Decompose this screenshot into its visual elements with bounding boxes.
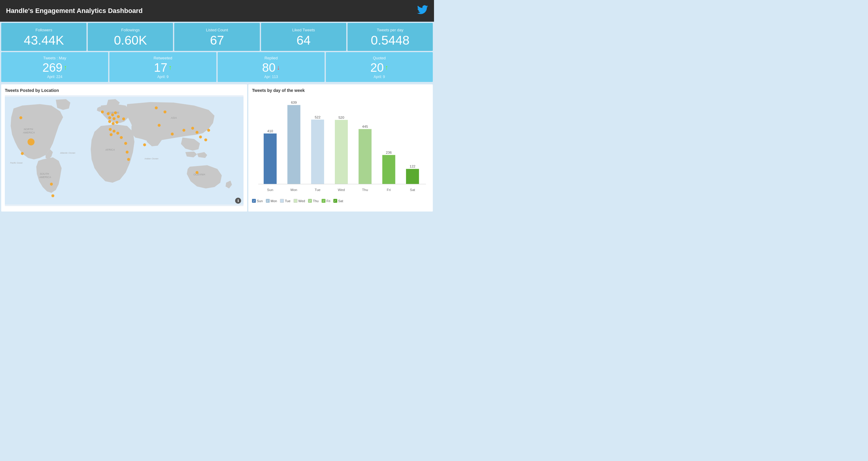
bar-label-sun: 410 — [267, 129, 273, 133]
stat-card-liked-tweets: Liked Tweets 64 — [261, 23, 346, 51]
bar-label-mon: 639 — [291, 101, 297, 104]
svg-point-12 — [19, 116, 22, 119]
legend-label-fri: Fri — [327, 199, 330, 203]
svg-point-21 — [108, 116, 111, 119]
map-panel: Tweets Posted by Location — [1, 84, 247, 212]
legend-item-wed: Wed — [293, 199, 305, 203]
bar-label-thu: 445 — [362, 125, 368, 128]
svg-point-42 — [195, 131, 198, 134]
svg-text:Indian Ocean: Indian Ocean — [145, 157, 158, 160]
legend-item-sat: ✓Sat — [333, 199, 343, 203]
svg-point-34 — [126, 151, 129, 154]
legend-label-sun: Sun — [257, 199, 263, 203]
bar-label-sat: 122 — [410, 164, 415, 168]
legend-color-thu[interactable]: ✓ — [308, 199, 312, 203]
svg-point-23 — [117, 115, 120, 118]
svg-point-14 — [21, 152, 24, 155]
twitter-icon — [417, 4, 428, 18]
legend-label-tue: Tue — [285, 199, 290, 203]
svg-point-47 — [195, 171, 198, 174]
svg-point-39 — [171, 132, 174, 135]
legend-label-mon: Mon — [271, 199, 277, 203]
svg-point-27 — [116, 121, 119, 124]
legend-label-wed: Wed — [299, 199, 305, 203]
legend-label-sat: Sat — [338, 199, 343, 203]
legend-label-thu: Thu — [313, 199, 318, 203]
svg-point-46 — [143, 144, 146, 147]
svg-point-43 — [199, 135, 202, 139]
map-title: Tweets Posted by Location — [5, 88, 244, 93]
svg-point-26 — [112, 122, 115, 125]
legend-color-mon[interactable]: ✓ — [266, 199, 270, 203]
stat-card-followers: Followers 43.44K — [1, 23, 87, 51]
svg-point-45 — [207, 129, 210, 132]
svg-text:NORTH: NORTH — [24, 128, 33, 131]
svg-text:SOUTH: SOUTH — [40, 172, 49, 175]
svg-point-35 — [127, 158, 130, 161]
stats-row-1: Followers 43.44K Followings 0.60K Listed… — [0, 22, 434, 52]
bar-fri — [382, 155, 396, 184]
stat-card2-replied: Replied 80 ↓ Apr: 113 — [218, 52, 324, 82]
chart-legend: ✓Sun✓MonTueWed✓Thu✓Fri✓Sat — [252, 199, 429, 203]
bar-label-fri: 236 — [386, 151, 392, 154]
up-arrow-icon: ↑ — [168, 64, 172, 71]
bar-day-sun: Sun — [267, 188, 273, 192]
legend-color-sun[interactable]: ✓ — [252, 199, 256, 203]
bar-tue — [311, 120, 324, 184]
chart-panel: Tweets by day of the week 410Sun639Mon52… — [248, 84, 433, 212]
header: Handle's Engagement Analytics Dashboard — [0, 0, 434, 22]
bar-day-tue: Tue — [315, 188, 320, 192]
bar-label-wed: 520 — [338, 116, 344, 119]
svg-point-25 — [108, 120, 111, 123]
legend-color-wed[interactable] — [293, 199, 298, 203]
svg-point-19 — [111, 113, 114, 116]
svg-text:Pacific Ocean: Pacific Ocean — [10, 162, 23, 164]
stats-row-2: Tweets : May 269 ↑ April: 224 Retweeted … — [0, 52, 434, 83]
svg-point-32 — [120, 136, 123, 139]
bar-sat — [406, 169, 419, 184]
stat-card2-quoted: Quoted 20 ↑ April: 9 — [326, 52, 433, 82]
svg-point-30 — [110, 133, 113, 136]
svg-point-44 — [204, 138, 207, 141]
svg-point-24 — [122, 118, 125, 121]
stat-card-listed-count: Listed Count 67 — [174, 23, 259, 51]
bar-day-sat: Sat — [410, 188, 415, 192]
svg-point-33 — [124, 142, 127, 145]
svg-point-22 — [113, 117, 116, 120]
svg-point-40 — [182, 129, 185, 132]
bar-sun — [264, 133, 277, 184]
svg-point-13 — [27, 138, 34, 145]
svg-text:Atlantic Ocean: Atlantic Ocean — [60, 152, 75, 154]
legend-item-mon: ✓Mon — [266, 199, 277, 203]
up-arrow-icon: ↑ — [385, 64, 388, 71]
stat-card-followings: Followings 0.60K — [88, 23, 173, 51]
svg-point-38 — [158, 124, 161, 127]
svg-text:AFRICA: AFRICA — [105, 148, 115, 151]
stat-card2-retweeted: Retweeted 17 ↑ April: 9 — [110, 52, 216, 82]
legend-color-fri[interactable]: ✓ — [321, 199, 326, 203]
legend-item-thu: ✓Thu — [308, 199, 318, 203]
svg-text:OCEANIA: OCEANIA — [193, 173, 205, 176]
svg-point-36 — [155, 106, 158, 110]
chart-title: Tweets by day of the week — [252, 88, 429, 93]
svg-point-31 — [116, 132, 119, 135]
svg-point-17 — [101, 111, 104, 114]
bar-day-fri: Fri — [387, 188, 391, 192]
legend-color-sat[interactable]: ✓ — [333, 199, 337, 203]
legend-color-tue[interactable] — [280, 199, 284, 203]
svg-text:ASIA: ASIA — [170, 116, 177, 119]
bar-day-thu: Thu — [362, 188, 368, 192]
svg-text:AMERICA: AMERICA — [39, 176, 51, 179]
stat-card2-tweets-may: Tweets : May 269 ↑ April: 224 — [1, 52, 108, 82]
map-container: NORTH AMERICA SOUTH AMERICA EUROPE AFRIC… — [5, 95, 244, 206]
up-arrow-icon: ↑ — [64, 64, 67, 71]
bar-label-tue: 522 — [315, 115, 320, 119]
stat-card-tweets-per-day: Tweets per day 0.5448 — [347, 23, 433, 51]
svg-point-20 — [114, 112, 117, 115]
svg-point-37 — [164, 111, 167, 114]
legend-item-fri: ✓Fri — [321, 199, 330, 203]
bottom-section: Tweets Posted by Location — [0, 83, 434, 213]
svg-text:EUROPE: EUROPE — [108, 111, 119, 114]
bar-chart-container: 410Sun639Mon522Tue520Wed445Thu236Fri122S… — [252, 95, 429, 197]
svg-point-16 — [52, 194, 55, 197]
